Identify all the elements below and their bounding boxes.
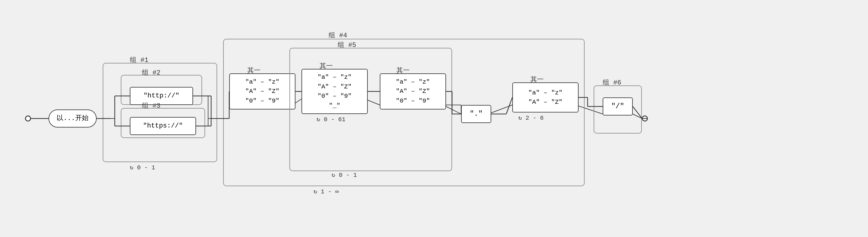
group1-repeat: ↻ 0 - 1 bbox=[130, 164, 155, 171]
https-label: "https://" bbox=[143, 122, 183, 131]
group5-label: 组 #5 bbox=[338, 40, 356, 49]
group5-inner-repeat: ↻ 0 - 61 bbox=[316, 115, 345, 123]
alnum3-box: "a" – "z""A" – "Z""0" – "9" bbox=[380, 73, 446, 109]
group6-label: 组 #6 bbox=[603, 78, 621, 87]
dot-label: "." bbox=[469, 109, 483, 119]
end-terminal bbox=[642, 116, 648, 121]
alnum4-box: "a" – "z""A" – "Z" bbox=[512, 82, 579, 112]
group2-label: 组 #2 bbox=[142, 68, 160, 77]
alnum1-box: "a" – "z""A" – "Z""0" – "9" bbox=[229, 73, 296, 109]
diagram: 以...开始 组 #1 ↻ 0 - 1 组 #2 "http://" 组 #3 … bbox=[12, 10, 856, 227]
alnum1-label: "a" – "z""A" – "Z""0" – "9" bbox=[245, 77, 279, 106]
group3-label: 组 #3 bbox=[142, 101, 160, 110]
start-node: 以...开始 bbox=[49, 109, 97, 128]
dot-box: "." bbox=[461, 105, 491, 123]
group4-label: 组 #4 bbox=[329, 31, 347, 40]
group1-label: 组 #1 bbox=[130, 55, 149, 64]
alnum2-label: "a" – "z""A" – "Z""0" – "9""_" bbox=[317, 72, 351, 110]
https-box: "https://" bbox=[130, 117, 196, 135]
alnum3-label: "a" – "z""A" – "Z""0" – "9" bbox=[396, 77, 430, 106]
http-label: "http://" bbox=[144, 92, 180, 101]
group4-repeat: ↻ 1 - ∞ bbox=[313, 188, 339, 195]
group5-repeat: ↻ 0 - 1 bbox=[332, 171, 357, 179]
http-box: "http://" bbox=[130, 87, 193, 105]
slash-label: "/" bbox=[611, 101, 624, 111]
alnum2-box: "a" – "z""A" – "Z""0" – "9""_" bbox=[302, 69, 368, 114]
alnum4-repeat: ↻ 2 - 6 bbox=[518, 114, 544, 122]
slash-box: "/" bbox=[603, 97, 633, 115]
alnum4-label: "a" – "z""A" – "Z" bbox=[528, 88, 562, 107]
start-label: 以...开始 bbox=[57, 114, 89, 123]
start-terminal bbox=[25, 116, 31, 121]
